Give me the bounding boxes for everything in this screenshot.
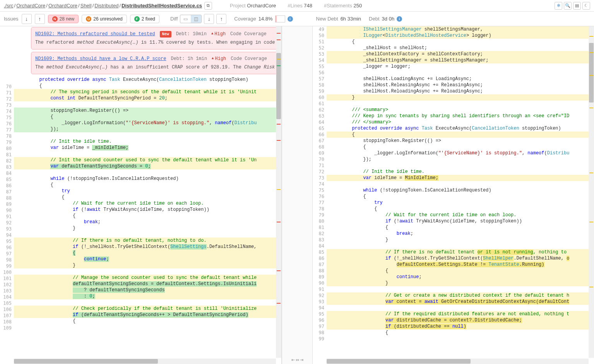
issue-up-button[interactable]: ↑ (35, 14, 45, 24)
breadcrumb-part[interactable]: OrchardCore (16, 3, 45, 9)
hscrollbar[interactable] (14, 359, 276, 364)
info-icon[interactable]: i (397, 16, 402, 22)
code-line[interactable]: { (14, 83, 281, 89)
fixed-issues-pill[interactable]: F2 fixed (130, 15, 159, 23)
code-line[interactable]: } (327, 237, 594, 243)
sync-right-icon[interactable]: ⇥ (300, 357, 303, 362)
vscrollbar[interactable] (276, 26, 281, 358)
code-line[interactable]: var distributedCache = context?.Distribu… (327, 317, 594, 323)
code-line[interactable]: if (!_shellHost.TryGetShellContext(Shell… (14, 244, 281, 250)
sync-left-icon[interactable]: ⇤ (291, 357, 295, 362)
code-line[interactable]: /// </summary> (327, 119, 594, 125)
code-line[interactable]: }); (14, 126, 281, 132)
code-line[interactable] (14, 268, 281, 275)
code-line[interactable]: // Wait for the current idle time on eac… (14, 200, 281, 207)
code-line[interactable]: // Check periodically if the default ten… (14, 306, 281, 312)
settings-icon[interactable]: ✻ (555, 2, 562, 10)
code-line[interactable]: // Init the idle time. (14, 138, 281, 145)
code-line[interactable]: if (distributedCache == null) (327, 323, 594, 330)
code-line[interactable]: if (!await TryWaitAsync(idleTime, stoppi… (327, 218, 594, 224)
code-line[interactable]: // Init the idle time. (327, 169, 594, 175)
code-line[interactable] (14, 101, 281, 108)
code-line[interactable]: { (327, 144, 594, 150)
code-line[interactable]: protected override async Task ExecuteAsy… (14, 77, 281, 83)
code-line[interactable]: : 0; (14, 293, 281, 299)
code-line[interactable] (14, 132, 281, 138)
breadcrumb-part[interactable]: Distributed (94, 3, 118, 9)
code-line[interactable]: if (defaultTenantSyncingSeconds++ > Defa… (14, 312, 281, 318)
code-line[interactable]: { (14, 250, 281, 256)
code-line[interactable]: shellHost.LoadingAsync += LoadingAsync; (327, 76, 594, 82)
code-line[interactable]: stoppingToken.Register(() => (327, 138, 594, 144)
code-line[interactable] (327, 305, 594, 311)
code-line[interactable]: // Wait for the current idle time on eac… (327, 212, 594, 218)
code-line[interactable]: { (327, 330, 594, 336)
diff-toggle[interactable]: ▭ ◫ (180, 15, 202, 23)
code-line[interactable]: _logger.LogInformation("'{ServiceName}' … (14, 120, 281, 126)
info-icon[interactable]: i (288, 16, 293, 22)
left-pane[interactable]: 7071727374757677787980818283848586878889… (0, 26, 282, 364)
code-line[interactable]: // If there is no default tenant, nothin… (14, 238, 281, 244)
code-line[interactable]: _shellSettingsManager = shellSettingsMan… (327, 57, 594, 63)
code-line[interactable]: if (!_shellHost.TryGetShellContext(Shell… (327, 255, 594, 261)
diff-up-button[interactable]: ↑ (216, 14, 226, 24)
code-line[interactable]: if (!await TryWaitAsync(idleTime, stoppi… (14, 207, 281, 213)
code-line[interactable]: continue; (327, 274, 594, 280)
issue-down-button[interactable]: ↓ (22, 14, 32, 24)
breadcrumb-part[interactable]: OrchardCore (48, 3, 77, 9)
code-line[interactable] (327, 162, 594, 169)
code-line[interactable]: /// Keep in sync tenants by sharing shel… (327, 113, 594, 119)
code-line[interactable]: { (327, 193, 594, 200)
code-line[interactable]: }); (327, 156, 594, 162)
code-line[interactable]: break; (14, 219, 281, 225)
breadcrumb-part[interactable]: ./src (4, 3, 14, 9)
issue-card[interactable]: ND1602: Methods refactored should be tes… (31, 27, 279, 50)
diff-down-button[interactable]: ↓ (204, 14, 214, 24)
diff-mode-unified[interactable]: ▭ (180, 15, 191, 23)
code-line[interactable]: { (327, 268, 594, 274)
code-line[interactable]: while (!stoppingToken.IsCancellationRequ… (14, 176, 281, 182)
code-line[interactable]: try (14, 188, 281, 194)
vscrollbar[interactable] (589, 26, 594, 358)
code-line[interactable]: IShellSettingsManager shellSettingsManag… (327, 26, 594, 32)
code-line[interactable] (327, 336, 594, 342)
breadcrumb-part[interactable]: Shell (80, 3, 92, 9)
code-line[interactable]: // Init the second counter used to sync … (14, 157, 281, 163)
code-line[interactable]: _logger = logger; (327, 63, 594, 70)
copy-path-icon[interactable]: ⧉ (204, 2, 212, 10)
code-line[interactable]: } (327, 94, 594, 101)
code-line[interactable]: defaultContext.Settings.State != TenantS… (327, 261, 594, 268)
code-line[interactable]: ILogger<DistributedShellHostedService> l… (327, 32, 594, 39)
code-line[interactable]: // If the required distributed features … (327, 311, 594, 317)
code-line[interactable]: { (14, 114, 281, 120)
code-line[interactable]: var context = await GetOrCreateDistribut… (327, 299, 594, 305)
code-line[interactable]: var idleTime = MinIdleTime; (327, 175, 594, 181)
code-line[interactable]: _shellHost = shellHost; (327, 45, 594, 51)
code-line[interactable]: } (14, 262, 281, 268)
code-line[interactable]: { (327, 224, 594, 231)
new-issues-pill[interactable]: N28 new (48, 15, 79, 23)
code-line[interactable]: shellHost.ReloadingAsync += ReloadingAsy… (327, 88, 594, 94)
code-line[interactable]: var idleTime = _minIdleTime; (14, 145, 281, 151)
code-line[interactable]: { (327, 132, 594, 138)
issue-card[interactable]: ND1609: Methods should have a low C.R.A.… (31, 52, 279, 74)
code-line[interactable]: { (14, 194, 281, 200)
code-line[interactable]: _logger.LogInformation("'{ServiceName}' … (327, 150, 594, 156)
search-icon[interactable]: 🔍 (564, 2, 572, 10)
code-line[interactable] (14, 299, 281, 306)
diff-mode-split[interactable]: ◫ (191, 15, 201, 23)
unresolved-issues-pill[interactable]: U26 unresolved (82, 15, 127, 23)
code-line[interactable]: while (!stoppingToken.IsCancellationRequ… (327, 187, 594, 193)
code-line[interactable]: // The syncing period in seconds of the … (14, 89, 281, 95)
code-line[interactable]: { (14, 182, 281, 188)
code-line[interactable]: try (327, 200, 594, 206)
code-line[interactable]: _shellContextFactory = shellContextFacto… (327, 51, 594, 57)
code-line[interactable]: // Manage the second counter used to syn… (14, 275, 281, 281)
code-line[interactable]: { (14, 318, 281, 324)
code-line[interactable]: ? defaultTenantSyncingSeconds (14, 287, 281, 293)
issue-link[interactable]: ND1602: Methods refactored should be tes… (35, 31, 155, 38)
code-line[interactable] (327, 243, 594, 249)
code-line[interactable]: stoppingToken.Register(() => (14, 108, 281, 114)
code-line[interactable] (327, 181, 594, 187)
code-line[interactable] (327, 101, 594, 107)
